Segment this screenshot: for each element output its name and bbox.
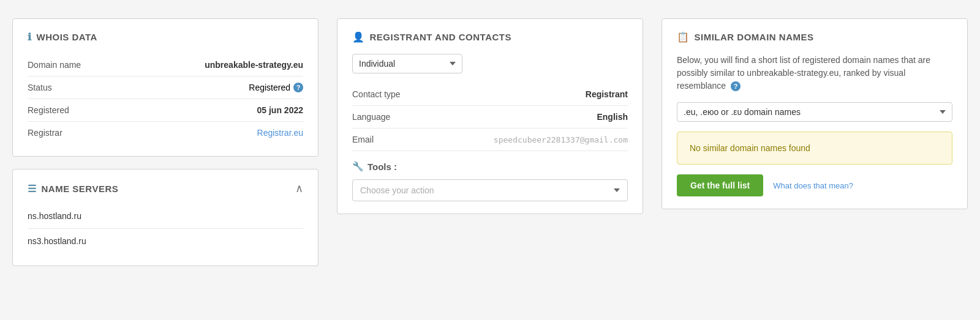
domain-name-row: Domain name unbreakable-strategy.eu [28,54,303,76]
info-icon: ℹ [28,31,32,43]
email-label: Email [352,135,374,144]
registrar-label: Registrar [28,128,62,138]
domain-filter-select[interactable]: .eu, .еюо or .ευ domain names .com domai… [677,102,952,122]
tools-title: 🔧 Tools : [352,161,628,172]
tools-section: 🔧 Tools : Choose your action [352,161,628,201]
status-row: Status Registered ? [28,76,303,99]
nameservers-title-row: ☰ NAME SERVERS ∧ [28,182,303,195]
middle-column: 👤 REGISTRANT AND CONTACTS Individual Con… [337,18,643,214]
language-value: English [597,112,628,122]
main-container: ℹ WHOIS DATA Domain name unbreakable-str… [12,18,968,266]
right-column: 📋 SIMILAR DOMAIN NAMES Below, you will f… [662,18,968,209]
no-results-text: No similar domain names found [690,143,810,153]
similar-description: Below, you will find a short list of reg… [677,54,952,92]
contact-type-value: Registrant [586,89,628,99]
similar-domains-card: 📋 SIMILAR DOMAIN NAMES Below, you will f… [662,18,968,209]
status-value: Registered ? [249,83,303,92]
registered-row: Registered 05 jun 2022 [28,99,303,122]
status-label: Status [28,83,52,92]
similar-help-icon[interactable]: ? [731,81,741,91]
whois-title: ℹ WHOIS DATA [28,31,303,43]
nameserver-item-2: ns3.hostland.ru [28,229,303,253]
collapse-icon[interactable]: ∧ [295,182,303,195]
email-row: Email speedcubeer2281337@gmail.com [352,128,628,151]
tools-action-select[interactable]: Choose your action [352,179,628,201]
registrant-card: 👤 REGISTRANT AND CONTACTS Individual Con… [337,18,643,214]
registered-value: 05 jun 2022 [257,105,304,115]
bottom-actions-row: Get the full list What does that mean? [677,174,952,196]
wrench-icon: 🔧 [352,161,364,172]
language-row: Language English [352,106,628,128]
nameserver-item-1: ns.hostland.ru [28,204,303,229]
contact-type-label: Contact type [352,89,401,99]
language-label: Language [352,112,390,122]
contact-type-row: Contact type Registrant [352,83,628,106]
registrar-row: Registrar Registrar.eu [28,122,303,144]
what-mean-link[interactable]: What does that mean? [773,181,853,190]
similar-title: 📋 SIMILAR DOMAIN NAMES [677,31,952,43]
similar-icon: 📋 [677,31,690,43]
whois-card: ℹ WHOIS DATA Domain name unbreakable-str… [12,18,318,157]
nameservers-icon: ☰ [28,183,37,195]
left-column: ℹ WHOIS DATA Domain name unbreakable-str… [12,18,318,266]
get-list-button[interactable]: Get the full list [677,174,763,196]
contact-type-select-wrapper[interactable]: Individual [352,54,628,73]
status-help-icon[interactable]: ? [293,83,303,92]
nameservers-list: ns.hostland.ru ns3.hostland.ru [28,204,303,253]
domain-name-label: Domain name [28,60,81,70]
nameservers-card: ☰ NAME SERVERS ∧ ns.hostland.ru ns3.host… [12,169,318,266]
contact-type-select[interactable]: Individual [352,54,462,73]
registrant-icon: 👤 [352,31,365,43]
registrant-title: 👤 REGISTRANT AND CONTACTS [352,31,628,43]
email-value: speedcubeer2281337@gmail.com [494,135,628,144]
nameservers-title: ☰ NAME SERVERS [28,183,118,195]
no-results-box: No similar domain names found [677,132,952,165]
registered-label: Registered [28,105,69,115]
domain-name-value: unbreakable-strategy.eu [205,60,303,70]
registrar-value[interactable]: Registrar.eu [257,128,303,138]
